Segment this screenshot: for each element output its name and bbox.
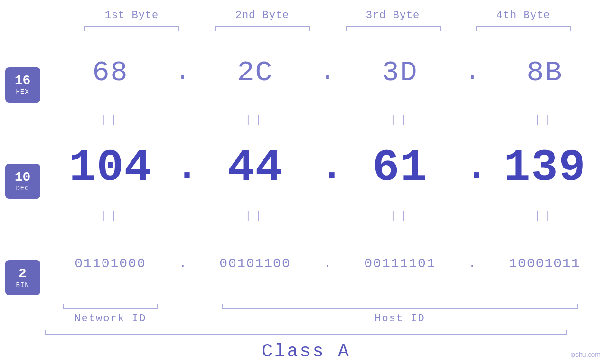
bin-value-4: 10001011: [509, 256, 580, 271]
top-brackets: [66, 26, 610, 32]
bottom-brackets: [45, 308, 610, 309]
hex-row: 68 . 2C . 3D . 8B: [45, 32, 610, 113]
bracket-cell-4: [458, 26, 589, 27]
class-bracket-line: [45, 334, 567, 335]
equals-row-2: || || || ||: [45, 209, 610, 223]
dec-row: 104 . 44 . 61 . 139: [45, 127, 610, 208]
values-grid: 68 . 2C . 3D . 8B || ||: [45, 32, 610, 364]
equals-2-3: ||: [335, 210, 465, 222]
bin-badge-label: BIN: [16, 281, 29, 289]
byte-header-4: 4th Byte: [458, 9, 589, 21]
badges-column: 16 HEX 10 DEC 2 BIN: [0, 32, 45, 364]
hex-badge: 16 HEX: [5, 67, 40, 103]
equals-2-1: ||: [45, 210, 176, 222]
equals-1-4: ||: [479, 114, 610, 126]
dec-badge: 10 DEC: [5, 164, 40, 199]
hex-value-4: 8B: [526, 56, 563, 89]
dot-hex-3: .: [465, 61, 479, 84]
bin-row: 01101000 . 00101100 . 00111101 . 1000101…: [45, 223, 610, 304]
bracket-cell-3: [328, 26, 458, 27]
bracket-cell-1: [66, 26, 197, 27]
bin-cell-2: 00101100: [190, 256, 320, 271]
hex-badge-number: 16: [15, 74, 31, 88]
equals-1-2: ||: [190, 114, 320, 126]
bracket-line-4: [476, 26, 571, 27]
bin-value-2: 00101100: [219, 256, 291, 271]
bracket-spacer: [176, 308, 190, 309]
class-label: Class A: [45, 339, 567, 364]
bin-cell-1: 01101000: [45, 256, 176, 271]
dec-cell-3: 61: [335, 142, 465, 194]
bracket-line-3: [346, 26, 441, 27]
watermark: ipshu.com: [570, 351, 601, 358]
bracket-cell-2: [197, 26, 328, 27]
bracket-line-2: [215, 26, 310, 27]
hex-value-1: 68: [92, 56, 128, 89]
bin-badge-number: 2: [19, 267, 27, 281]
dot-bin-3: .: [465, 256, 479, 271]
hex-cell-1: 68: [45, 56, 176, 89]
network-bracket: [45, 308, 176, 309]
hex-cell-2: 2C: [190, 56, 320, 89]
bin-value-1: 01101000: [75, 256, 146, 271]
network-bracket-line: [63, 308, 158, 309]
dot-dec-2: .: [320, 149, 335, 187]
hex-badge-label: HEX: [16, 88, 29, 96]
hex-cell-4: 8B: [479, 56, 610, 89]
dec-cell-4: 139: [479, 142, 610, 194]
host-id-label: Host ID: [190, 313, 610, 325]
dot-hex-2: .: [320, 61, 335, 84]
dec-badge-number: 10: [15, 170, 31, 185]
equals-row-1: || || || ||: [45, 113, 610, 127]
equals-1-3: ||: [335, 114, 465, 126]
network-id-label: Network ID: [45, 313, 176, 325]
equals-1-1: ||: [45, 114, 176, 126]
byte-header-1: 1st Byte: [66, 9, 197, 21]
hex-value-2: 2C: [237, 56, 273, 89]
bottom-bracket-section: Network ID Host ID: [45, 308, 610, 325]
byte-header-2: 2nd Byte: [197, 9, 328, 21]
equals-2-2: ||: [190, 210, 320, 222]
dec-value-4: 139: [503, 142, 586, 194]
id-labels: Network ID Host ID: [45, 313, 610, 325]
dec-cell-2: 44: [190, 142, 320, 194]
bracket-line-1: [84, 26, 179, 27]
host-bracket: [190, 308, 610, 309]
dec-value-3: 61: [372, 142, 427, 194]
dec-badge-label: DEC: [16, 185, 29, 192]
label-spacer: [176, 313, 190, 325]
dot-dec-3: .: [465, 149, 479, 187]
host-bracket-line: [222, 308, 578, 309]
bin-cell-4: 10001011: [479, 256, 610, 271]
byte-headers: 1st Byte 2nd Byte 3rd Byte 4th Byte: [66, 0, 610, 26]
dec-value-1: 104: [69, 142, 151, 194]
dec-value-2: 44: [227, 142, 282, 194]
dot-bin-1: .: [176, 256, 190, 271]
equals-2-4: ||: [479, 210, 610, 222]
class-section: Class A: [45, 330, 610, 364]
dec-cell-1: 104: [45, 142, 176, 194]
dot-dec-1: .: [176, 149, 190, 187]
byte-header-3: 3rd Byte: [328, 9, 458, 21]
dot-bin-2: .: [320, 256, 335, 271]
dot-hex-1: .: [176, 61, 190, 84]
content-area: 16 HEX 10 DEC 2 BIN 68 . 2C: [0, 32, 610, 364]
main-container: 1st Byte 2nd Byte 3rd Byte 4th Byte 16 H…: [0, 0, 610, 364]
hex-cell-3: 3D: [335, 56, 465, 89]
bin-value-3: 00111101: [364, 256, 435, 271]
bin-badge: 2 BIN: [5, 260, 40, 295]
bin-cell-3: 00111101: [335, 256, 465, 271]
hex-value-3: 3D: [382, 56, 418, 89]
